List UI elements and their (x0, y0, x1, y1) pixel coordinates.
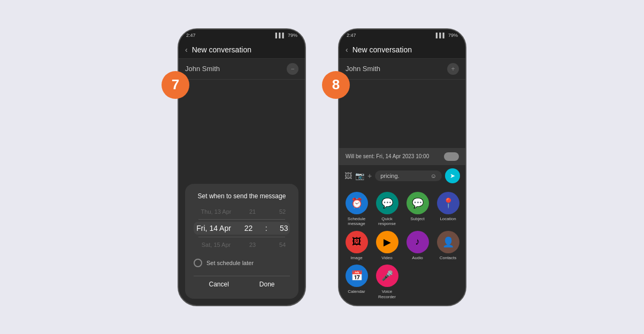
hour-3: 23 (246, 242, 259, 248)
attachment-item[interactable]: ⏰Schedule message (343, 192, 370, 227)
will-be-sent-text: Will be sent: Fri, 14 Apr 2023 10:00 (346, 153, 429, 159)
attachment-icon: 📅 (346, 265, 368, 287)
status-icons-2: ▌▌▌ 79% (436, 33, 458, 38)
recipient-bar-2: John Smith + (339, 59, 465, 80)
signal-icon-1: ▌▌▌ (275, 33, 286, 38)
attachment-label: Image (350, 255, 362, 261)
attachment-icon: ♪ (407, 231, 429, 253)
date-2: Fri, 14 Apr (194, 224, 234, 232)
attachment-label: Contacts (440, 255, 457, 261)
attachment-label: Subject (410, 216, 425, 222)
attachment-label: Quick response (378, 216, 396, 227)
phone1-wrapper: 7 2:47 ▌▌▌ 79% ‹ New conversation John S… (178, 28, 306, 306)
message-input[interactable]: pricing. ☺ (375, 170, 442, 181)
min-3: 54 (276, 242, 289, 248)
hour-2: 22 (242, 224, 255, 232)
phone2-wrapper: 8 2:47 ▌▌▌ 79% ‹ New conversation John S… (338, 28, 466, 306)
emoji-icon[interactable]: ☺ (431, 173, 436, 179)
attachment-icon: 💬 (407, 192, 429, 214)
attachment-item[interactable]: 🖼Image (343, 231, 370, 261)
date-3: Sat, 15 Apr (195, 242, 237, 248)
status-icons-1: ▌▌▌ 79% (275, 33, 297, 38)
status-time-2: 2:47 (347, 33, 356, 38)
add-recipient-button[interactable]: + (447, 63, 459, 75)
status-time-1: 2:47 (186, 33, 196, 38)
phone2: 2:47 ▌▌▌ 79% ‹ New conversation John Smi… (338, 28, 466, 306)
attach-plus-icon[interactable]: + (367, 172, 372, 180)
header-1: ‹ New conversation (179, 41, 305, 59)
attachment-item[interactable]: ♪Audio (404, 231, 431, 261)
set-later-label: Set schedule later (206, 260, 254, 266)
attachment-icon: 📍 (437, 192, 459, 214)
status-bar-1: 2:47 ▌▌▌ 79% (179, 29, 305, 41)
separator-bottom (198, 237, 285, 237)
battery-1: 79% (288, 33, 297, 38)
signal-icon-2: ▌▌▌ (436, 33, 446, 38)
done-button[interactable]: Done (253, 278, 281, 290)
attachment-icon: 🖼 (346, 231, 368, 253)
attachment-item[interactable]: 👤Contacts (435, 231, 461, 261)
send-button[interactable]: ➤ (445, 168, 460, 183)
message-area-1 (179, 80, 305, 184)
schedule-dialog-title: Set when to send the message (194, 192, 290, 200)
attachment-label: Voice Recorder (378, 289, 396, 299)
attachment-label: Calendar (348, 289, 365, 294)
set-later-radio[interactable] (194, 259, 202, 267)
attachment-label: Location (440, 216, 456, 222)
schedule-dialog: Set when to send the message Thu, 13 Apr… (185, 184, 298, 299)
attachment-item[interactable]: 📍Location (435, 192, 461, 227)
attachment-label: Video (381, 255, 392, 261)
attachment-icon: 💬 (376, 192, 398, 214)
header-2: ‹ New conversation (339, 41, 465, 59)
attachment-item[interactable]: 🎤Voice Recorder (374, 265, 400, 299)
min-2: 53 (278, 224, 290, 232)
attachment-label: Schedule message (348, 216, 365, 227)
min-1: 52 (276, 208, 289, 215)
remove-recipient-button[interactable]: − (287, 63, 298, 75)
dialog-buttons: Cancel Done (194, 276, 290, 290)
step-badge-7: 7 (162, 71, 189, 99)
header-title-1: New conversation (192, 45, 298, 54)
date-1: Thu, 13 Apr (195, 208, 237, 215)
hour-1: 21 (246, 208, 259, 215)
will-be-sent-bar: Will be sent: Fri, 14 Apr 2023 10:00 (339, 148, 465, 165)
attachment-item[interactable]: 📅Calendar (343, 265, 370, 299)
battery-2: 79% (448, 33, 458, 38)
back-button-2[interactable]: ‹ (346, 45, 348, 54)
recipient-bar-1: John Smith − (179, 59, 305, 80)
attachment-grid: ⏰Schedule message💬Quick response💬Subject… (339, 187, 465, 305)
gallery-icon[interactable]: 🖼 (344, 172, 352, 180)
status-bar-2: 2:47 ▌▌▌ 79% (339, 29, 465, 41)
message-area-2 (339, 80, 465, 148)
attachment-item[interactable]: 💬Subject (404, 192, 431, 227)
set-later-row[interactable]: Set schedule later (194, 257, 290, 269)
attachment-label: Audio (412, 255, 423, 261)
recipient-name-1: John Smith (185, 65, 220, 73)
time-picker[interactable]: Thu, 13 Apr 21 52 Fri, 14 Apr 22 : 53 Sa… (194, 206, 290, 250)
input-bar: 🖼 📷 + pricing. ☺ ➤ (339, 165, 465, 187)
time-row-2[interactable]: Fri, 14 Apr 22 : 53 (194, 222, 290, 235)
time-row-1[interactable]: Thu, 13 Apr 21 52 (194, 206, 290, 217)
recipient-name-2: John Smith (346, 65, 380, 73)
input-text: pricing. (380, 173, 399, 179)
step-badge-8: 8 (322, 71, 350, 99)
camera-icon[interactable]: 📷 (355, 172, 364, 180)
attachment-icon: 🎤 (376, 265, 398, 287)
colon-2: : (263, 224, 270, 232)
attachment-icon: 👤 (437, 231, 459, 253)
attachment-icon: ▶ (376, 231, 398, 253)
time-row-3[interactable]: Sat, 15 Apr 23 54 (194, 239, 290, 250)
attachment-item[interactable]: 💬Quick response (374, 192, 400, 227)
attachment-item[interactable]: ▶Video (374, 231, 400, 261)
sent-toggle[interactable] (444, 152, 459, 161)
cancel-button[interactable]: Cancel (202, 278, 235, 290)
attachment-icon: ⏰ (346, 192, 368, 214)
header-title-2: New conversation (352, 45, 459, 54)
separator-top (198, 219, 285, 220)
back-button-1[interactable]: ‹ (185, 45, 188, 54)
phone1: 2:47 ▌▌▌ 79% ‹ New conversation John Smi… (178, 28, 306, 306)
